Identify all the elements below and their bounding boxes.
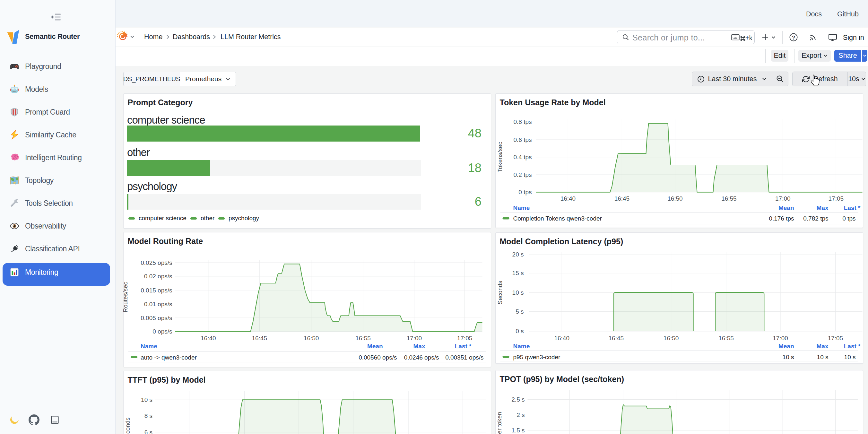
svg-text:1.5 s: 1.5 s	[512, 427, 525, 434]
svg-text:Completion Tokens qwen3-coder: Completion Tokens qwen3-coder	[513, 215, 602, 222]
svg-text:Seconds: Seconds	[496, 281, 503, 304]
svg-text:Last *: Last *	[455, 343, 471, 349]
svg-text:16:45: 16:45	[252, 335, 267, 341]
svg-text:5 s: 5 s	[516, 308, 524, 315]
svg-text:0.00560 ops/s: 0.00560 ops/s	[359, 354, 397, 361]
svg-text:16:50: 16:50	[303, 335, 319, 341]
svg-text:15 s: 15 s	[512, 270, 524, 276]
svg-text:Routes/sec: Routes/sec	[123, 281, 129, 312]
svg-text:16:55: 16:55	[718, 335, 734, 341]
svg-text:0.8 tps: 0.8 tps	[513, 119, 532, 125]
svg-text:Max: Max	[816, 205, 828, 211]
svg-text:auto -> qwen3-coder: auto -> qwen3-coder	[141, 354, 197, 361]
svg-text:Tokens/sec: Tokens/sec	[496, 142, 503, 172]
svg-text:6 s: 6 s	[144, 429, 152, 434]
svg-text:10 s: 10 s	[512, 289, 524, 296]
svg-text:Mean: Mean	[778, 205, 794, 211]
svg-text:16:55: 16:55	[721, 195, 737, 202]
svg-text:0.015 ops/s: 0.015 ops/s	[141, 287, 172, 293]
svg-text:16:40: 16:40	[554, 335, 569, 341]
svg-text:Name: Name	[513, 342, 530, 349]
svg-text:16:50: 16:50	[668, 195, 683, 202]
svg-text:Seconds: Seconds	[124, 417, 131, 434]
svg-text:Name: Name	[513, 205, 530, 211]
svg-text:Last *: Last *	[844, 205, 860, 211]
svg-text:17:00: 17:00	[775, 195, 790, 202]
svg-text:10 s: 10 s	[782, 353, 794, 360]
svg-text:0.6 tps: 0.6 tps	[513, 136, 532, 143]
svg-text:0.00351 ops/s: 0.00351 ops/s	[445, 354, 484, 361]
svg-text:2.5 s: 2.5 s	[512, 396, 525, 403]
svg-text:0.01 ops/s: 0.01 ops/s	[144, 301, 172, 307]
svg-text:Mean: Mean	[367, 343, 383, 349]
svg-text:Mean: Mean	[778, 342, 794, 349]
svg-text:0.025 ops/s: 0.025 ops/s	[141, 259, 172, 266]
svg-text:10 s: 10 s	[844, 353, 856, 360]
svg-text:16:40: 16:40	[200, 335, 216, 341]
svg-text:8 s: 8 s	[144, 412, 152, 419]
svg-text:0 tps: 0 tps	[842, 215, 856, 222]
svg-text:17:00: 17:00	[773, 335, 788, 341]
svg-text:0.782 tps: 0.782 tps	[803, 215, 828, 222]
svg-text:16:45: 16:45	[614, 195, 629, 202]
svg-text:0.176 tps: 0.176 tps	[769, 215, 794, 222]
svg-text:0.02 ops/s: 0.02 ops/s	[144, 273, 172, 280]
svg-text:Last *: Last *	[844, 342, 860, 349]
svg-text:17:05: 17:05	[828, 335, 843, 341]
svg-text:Name: Name	[141, 343, 157, 349]
svg-text:0.4 tps: 0.4 tps	[513, 154, 532, 160]
svg-text:16:40: 16:40	[560, 195, 576, 202]
svg-text:20 s: 20 s	[512, 251, 524, 257]
svg-text:10 s: 10 s	[141, 396, 153, 403]
svg-text:?: ?	[792, 35, 795, 40]
svg-text:17:05: 17:05	[828, 195, 844, 202]
svg-text:17:05: 17:05	[457, 335, 472, 341]
svg-text:0 ops/s: 0 ops/s	[153, 328, 172, 335]
svg-text:0.2 tps: 0.2 tps	[513, 172, 532, 178]
svg-text:2 s: 2 s	[517, 411, 525, 418]
svg-text:Max: Max	[413, 343, 425, 349]
svg-text:16:55: 16:55	[355, 335, 371, 341]
svg-text:0.0246 ops/s: 0.0246 ops/s	[404, 354, 439, 361]
svg-text:0 s: 0 s	[516, 328, 524, 335]
svg-text:0 tps: 0 tps	[519, 189, 532, 195]
svg-text:p95 qwen3-coder: p95 qwen3-coder	[513, 353, 560, 360]
svg-text:s per token: s per token	[496, 412, 502, 434]
svg-text:16:45: 16:45	[608, 335, 624, 341]
svg-text:17:00: 17:00	[406, 335, 422, 341]
svg-text:16:50: 16:50	[663, 335, 679, 341]
svg-text:Max: Max	[816, 342, 828, 349]
svg-text:0.005 ops/s: 0.005 ops/s	[141, 314, 172, 321]
svg-text:10 s: 10 s	[817, 353, 828, 360]
